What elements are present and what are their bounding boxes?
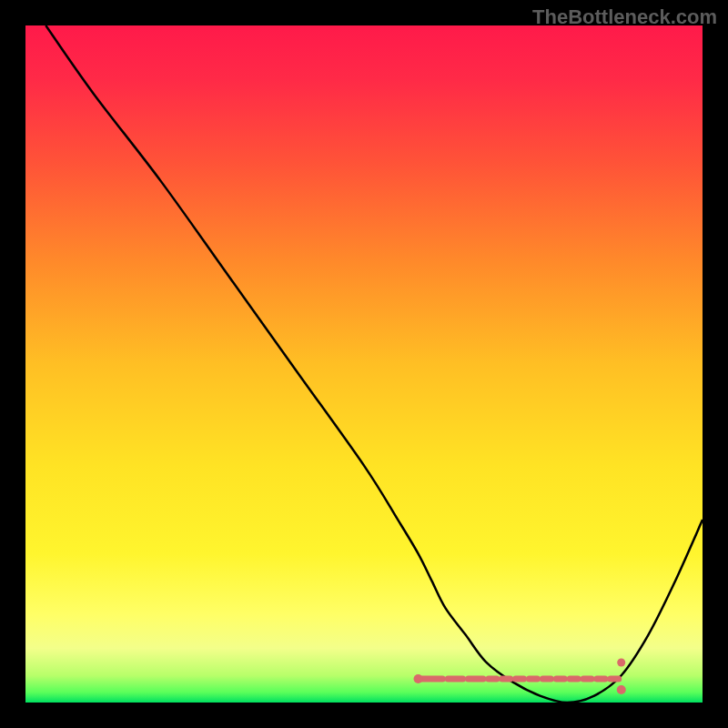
svg-point-15 [617, 685, 626, 694]
bottleneck-curve [46, 25, 703, 703]
svg-point-14 [414, 674, 423, 683]
optimal-range-markers [414, 658, 626, 694]
watermark-text: TheBottleneck.com [532, 5, 717, 29]
svg-point-16 [617, 658, 625, 666]
chart-plot-area [25, 25, 703, 703]
chart-curve-layer [25, 25, 703, 703]
